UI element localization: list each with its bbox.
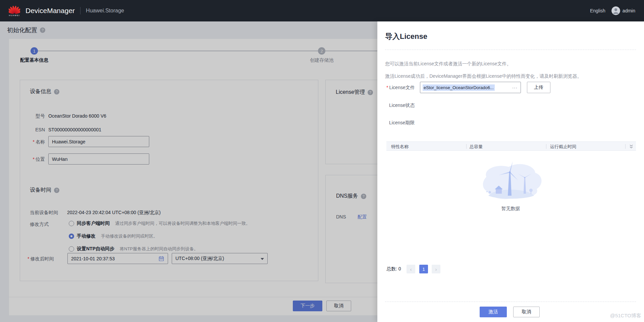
license-period-label: License期限 bbox=[389, 120, 415, 126]
header-divider bbox=[80, 7, 80, 14]
license-file-value: eStor_license_OceanStorDorado6... bbox=[423, 84, 495, 91]
pagination-page-1[interactable]: 1 bbox=[419, 265, 428, 273]
pagination-prev-button[interactable]: ‹ bbox=[407, 265, 415, 273]
huawei-logo-text: HUAWEI bbox=[9, 14, 20, 16]
app-header: HUAWEI DeviceManager Huawei.Storage Engl… bbox=[0, 0, 644, 21]
activate-button[interactable]: 激活 bbox=[480, 307, 507, 317]
column-divider bbox=[546, 144, 546, 149]
language-switch[interactable]: English bbox=[590, 8, 605, 13]
column-feature-name[interactable]: 特性名称 bbox=[391, 144, 409, 150]
watermark: @51CTO博客 bbox=[610, 313, 641, 319]
column-expiration-time[interactable]: 运行截止时间 bbox=[550, 144, 576, 150]
drawer-cancel-button[interactable]: 取消 bbox=[513, 307, 540, 317]
more-icon[interactable]: ··· bbox=[512, 85, 518, 90]
empty-state-illustration bbox=[477, 159, 544, 203]
drawer-description-1: 您可以激活当前License文件或者激活一个新的License文件。 bbox=[385, 61, 512, 67]
feature-table-header: 特性名称 总容量 运行截止时间 bbox=[386, 141, 636, 151]
username[interactable]: admin bbox=[623, 8, 635, 13]
dashed-divider bbox=[385, 302, 636, 302]
header-right: English admin bbox=[590, 6, 635, 15]
license-file-label: *License文件 bbox=[386, 85, 415, 91]
dashed-divider bbox=[385, 50, 636, 50]
user-avatar-icon[interactable] bbox=[611, 6, 620, 15]
license-status-label: License状态 bbox=[389, 103, 415, 109]
column-settings-icon[interactable] bbox=[629, 144, 633, 150]
license-file-input[interactable]: eStor_license_OceanStorDorado6... ··· bbox=[420, 82, 521, 93]
pagination-total: 总数: 0 bbox=[386, 266, 401, 272]
import-license-drawer: 导入License 您可以激活当前License文件或者激活一个新的Licens… bbox=[377, 21, 644, 322]
huawei-logo: HUAWEI bbox=[7, 5, 21, 16]
required-mark: * bbox=[386, 85, 388, 90]
column-divider bbox=[625, 144, 626, 149]
huawei-flower-icon bbox=[9, 5, 20, 14]
drawer-title: 导入License bbox=[385, 31, 427, 42]
pagination-next-button[interactable]: › bbox=[432, 265, 440, 273]
empty-state-text: 暂无数据 bbox=[377, 206, 644, 212]
product-title: DeviceManager bbox=[25, 7, 75, 15]
device-name: Huawei.Storage bbox=[86, 8, 124, 14]
column-divider bbox=[466, 144, 467, 149]
column-total-capacity[interactable]: 总容量 bbox=[470, 144, 483, 150]
upload-button[interactable]: 上传 bbox=[527, 82, 550, 93]
drawer-description-2: 激活License成功后，DeviceManager界面会根据License中的… bbox=[385, 73, 582, 79]
